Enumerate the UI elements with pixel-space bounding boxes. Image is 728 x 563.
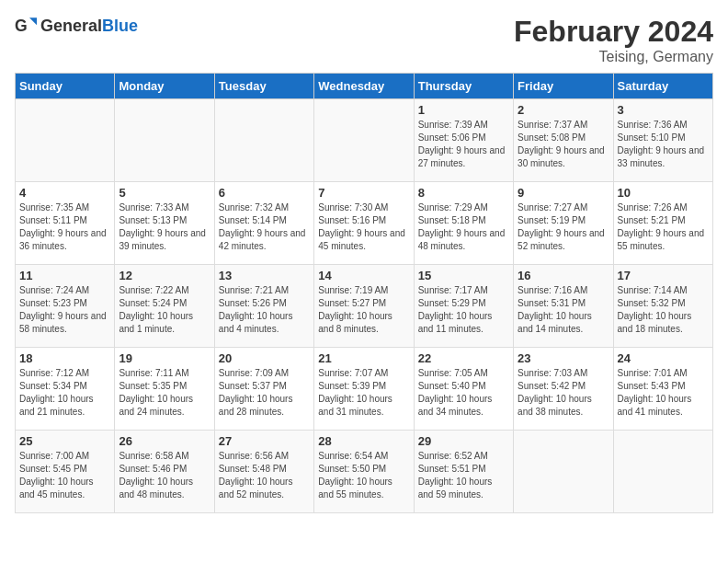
calendar-cell: 7Sunrise: 7:30 AMSunset: 5:16 PMDaylight…: [314, 182, 414, 265]
month-title: February 2024: [514, 15, 713, 49]
weekday-header-monday: Monday: [115, 74, 214, 99]
calendar-cell: 11Sunrise: 7:24 AMSunset: 5:23 PMDayligh…: [16, 265, 115, 348]
calendar-cell: [514, 431, 613, 513]
day-info: Sunrise: 7:17 AMSunset: 5:29 PMDaylight:…: [418, 284, 509, 336]
day-number: 17: [618, 269, 709, 282]
day-info: Sunrise: 7:12 AMSunset: 5:34 PMDaylight:…: [19, 367, 110, 419]
day-number: 12: [119, 269, 210, 282]
day-info: Sunrise: 7:07 AMSunset: 5:39 PMDaylight:…: [318, 367, 409, 419]
day-number: 7: [318, 186, 409, 200]
calendar-cell: 26Sunrise: 6:58 AMSunset: 5:46 PMDayligh…: [115, 431, 214, 513]
day-number: 16: [518, 269, 609, 282]
day-info: Sunrise: 7:00 AMSunset: 5:45 PMDaylight:…: [19, 450, 110, 501]
day-info: Sunrise: 7:27 AMSunset: 5:19 PMDaylight:…: [518, 201, 609, 253]
location-title: Teising, Germany: [514, 49, 713, 65]
weekday-header-wednesday: Wednesday: [314, 74, 414, 99]
calendar-cell: 21Sunrise: 7:07 AMSunset: 5:39 PMDayligh…: [314, 348, 414, 431]
day-info: Sunrise: 7:24 AMSunset: 5:23 PMDaylight:…: [19, 284, 110, 336]
calendar-cell: [613, 431, 712, 513]
calendar-cell: 5Sunrise: 7:33 AMSunset: 5:13 PMDaylight…: [115, 182, 214, 265]
day-info: Sunrise: 7:03 AMSunset: 5:42 PMDaylight:…: [518, 367, 609, 419]
logo-general: General: [40, 17, 102, 35]
header: G GeneralBlue February 2024 Teising, Ger…: [15, 15, 713, 65]
day-number: 9: [518, 186, 609, 200]
calendar-cell: [314, 99, 414, 182]
day-info: Sunrise: 7:30 AMSunset: 5:16 PMDaylight:…: [318, 201, 409, 253]
day-info: Sunrise: 6:56 AMSunset: 5:48 PMDaylight:…: [219, 450, 310, 501]
day-number: 23: [518, 351, 609, 365]
calendar-cell: 29Sunrise: 6:52 AMSunset: 5:51 PMDayligh…: [414, 431, 513, 513]
day-number: 5: [119, 186, 210, 200]
day-number: 6: [219, 186, 310, 200]
day-number: 13: [219, 269, 310, 282]
day-number: 19: [119, 351, 210, 365]
day-number: 4: [19, 186, 110, 200]
day-number: 26: [119, 434, 210, 448]
calendar-cell: [214, 99, 313, 182]
calendar-cell: 8Sunrise: 7:29 AMSunset: 5:18 PMDaylight…: [414, 182, 513, 265]
day-number: 27: [219, 434, 310, 448]
calendar-cell: 15Sunrise: 7:17 AMSunset: 5:29 PMDayligh…: [414, 265, 513, 348]
weekday-header-tuesday: Tuesday: [214, 74, 313, 99]
calendar-cell: 1Sunrise: 7:39 AMSunset: 5:06 PMDaylight…: [414, 99, 513, 182]
day-number: 25: [19, 434, 110, 448]
day-number: 3: [618, 103, 709, 117]
day-info: Sunrise: 6:52 AMSunset: 5:51 PMDaylight:…: [418, 450, 509, 501]
logo-blue: Blue: [102, 17, 138, 35]
calendar-table: SundayMondayTuesdayWednesdayThursdayFrid…: [15, 73, 713, 513]
svg-marker-1: [29, 17, 37, 25]
day-number: 28: [318, 434, 409, 448]
calendar-week-row: 4Sunrise: 7:35 AMSunset: 5:11 PMDaylight…: [16, 182, 713, 265]
day-info: Sunrise: 7:21 AMSunset: 5:26 PMDaylight:…: [219, 284, 310, 336]
day-info: Sunrise: 7:37 AMSunset: 5:08 PMDaylight:…: [518, 119, 609, 170]
day-info: Sunrise: 7:05 AMSunset: 5:40 PMDaylight:…: [418, 367, 509, 419]
day-number: 29: [418, 434, 509, 448]
day-info: Sunrise: 7:16 AMSunset: 5:31 PMDaylight:…: [518, 284, 609, 336]
calendar-cell: 28Sunrise: 6:54 AMSunset: 5:50 PMDayligh…: [314, 431, 414, 513]
day-number: 8: [418, 186, 509, 200]
day-info: Sunrise: 6:58 AMSunset: 5:46 PMDaylight:…: [119, 450, 210, 501]
title-area: February 2024 Teising, Germany: [514, 15, 713, 65]
day-number: 2: [518, 103, 609, 117]
calendar-cell: 14Sunrise: 7:19 AMSunset: 5:27 PMDayligh…: [314, 265, 414, 348]
calendar-cell: 19Sunrise: 7:11 AMSunset: 5:35 PMDayligh…: [115, 348, 214, 431]
day-number: 15: [418, 269, 509, 282]
day-number: 1: [418, 103, 509, 117]
day-number: 24: [618, 351, 709, 365]
svg-text:G: G: [15, 17, 28, 35]
weekday-header-saturday: Saturday: [613, 74, 712, 99]
calendar-cell: 25Sunrise: 7:00 AMSunset: 5:45 PMDayligh…: [16, 431, 115, 513]
day-number: 14: [318, 269, 409, 282]
day-info: Sunrise: 7:35 AMSunset: 5:11 PMDaylight:…: [19, 201, 110, 253]
day-info: Sunrise: 7:01 AMSunset: 5:43 PMDaylight:…: [618, 367, 709, 419]
weekday-header-friday: Friday: [514, 74, 613, 99]
day-info: Sunrise: 7:29 AMSunset: 5:18 PMDaylight:…: [418, 201, 509, 253]
calendar-cell: 17Sunrise: 7:14 AMSunset: 5:32 PMDayligh…: [613, 265, 712, 348]
day-info: Sunrise: 7:36 AMSunset: 5:10 PMDaylight:…: [618, 119, 709, 170]
calendar-cell: 10Sunrise: 7:26 AMSunset: 5:21 PMDayligh…: [613, 182, 712, 265]
calendar-cell: 20Sunrise: 7:09 AMSunset: 5:37 PMDayligh…: [214, 348, 313, 431]
calendar-cell: 9Sunrise: 7:27 AMSunset: 5:19 PMDaylight…: [514, 182, 613, 265]
calendar-cell: 16Sunrise: 7:16 AMSunset: 5:31 PMDayligh…: [514, 265, 613, 348]
calendar-week-row: 11Sunrise: 7:24 AMSunset: 5:23 PMDayligh…: [16, 265, 713, 348]
weekday-header-thursday: Thursday: [414, 74, 513, 99]
day-number: 20: [219, 351, 310, 365]
day-number: 22: [418, 351, 509, 365]
day-info: Sunrise: 7:32 AMSunset: 5:14 PMDaylight:…: [219, 201, 310, 253]
day-number: 10: [618, 186, 709, 200]
day-info: Sunrise: 6:54 AMSunset: 5:50 PMDaylight:…: [318, 450, 409, 501]
calendar-cell: 23Sunrise: 7:03 AMSunset: 5:42 PMDayligh…: [514, 348, 613, 431]
calendar-week-row: 25Sunrise: 7:00 AMSunset: 5:45 PMDayligh…: [16, 431, 713, 513]
day-info: Sunrise: 7:09 AMSunset: 5:37 PMDaylight:…: [219, 367, 310, 419]
calendar-cell: 18Sunrise: 7:12 AMSunset: 5:34 PMDayligh…: [16, 348, 115, 431]
calendar-cell: 3Sunrise: 7:36 AMSunset: 5:10 PMDaylight…: [613, 99, 712, 182]
day-info: Sunrise: 7:39 AMSunset: 5:06 PMDaylight:…: [418, 119, 509, 170]
day-info: Sunrise: 7:19 AMSunset: 5:27 PMDaylight:…: [318, 284, 409, 336]
calendar-cell: 2Sunrise: 7:37 AMSunset: 5:08 PMDaylight…: [514, 99, 613, 182]
day-info: Sunrise: 7:11 AMSunset: 5:35 PMDaylight:…: [119, 367, 210, 419]
calendar-week-row: 18Sunrise: 7:12 AMSunset: 5:34 PMDayligh…: [16, 348, 713, 431]
calendar-cell: 4Sunrise: 7:35 AMSunset: 5:11 PMDaylight…: [16, 182, 115, 265]
day-info: Sunrise: 7:14 AMSunset: 5:32 PMDaylight:…: [618, 284, 709, 336]
calendar-cell: 12Sunrise: 7:22 AMSunset: 5:24 PMDayligh…: [115, 265, 214, 348]
calendar-week-row: 1Sunrise: 7:39 AMSunset: 5:06 PMDaylight…: [16, 99, 713, 182]
